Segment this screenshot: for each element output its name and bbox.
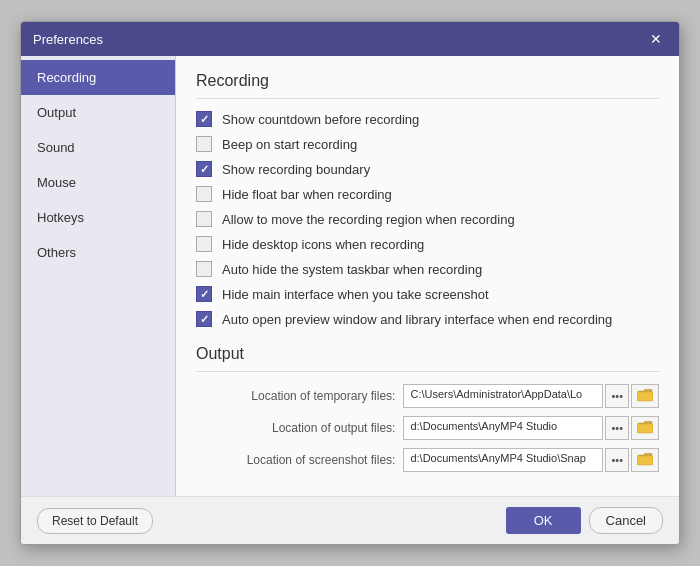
output-files-input[interactable]: d:\Documents\AnyMP4 Studio: [403, 416, 603, 440]
sidebar: Recording Output Sound Mouse Hotkeys Oth…: [21, 56, 176, 496]
checkbox-row-6: Hide desktop icons when recording: [196, 236, 659, 252]
svg-rect-0: [637, 392, 653, 401]
sidebar-item-recording[interactable]: Recording: [21, 60, 175, 95]
checkbox-hide-desktop[interactable]: [196, 236, 212, 252]
output-row-temp: Location of temporary files: C:\Users\Ad…: [196, 384, 659, 408]
checkbox-beep[interactable]: [196, 136, 212, 152]
ok-button[interactable]: OK: [506, 507, 581, 534]
folder-icon-2: [637, 421, 653, 435]
checkbox-label-6: Hide desktop icons when recording: [222, 237, 424, 252]
folder-icon-3: [637, 453, 653, 467]
temp-files-label: Location of temporary files:: [215, 389, 395, 403]
output-section: Output Location of temporary files: C:\U…: [196, 345, 659, 472]
checkbox-hide-main[interactable]: [196, 286, 212, 302]
checkbox-label-3: Show recording boundary: [222, 162, 370, 177]
checkbox-row-4: Hide float bar when recording: [196, 186, 659, 202]
checkbox-label-5: Allow to move the recording region when …: [222, 212, 515, 227]
sidebar-item-output[interactable]: Output: [21, 95, 175, 130]
checkbox-row-9: Auto open preview window and library int…: [196, 311, 659, 327]
output-files-label: Location of output files:: [215, 421, 395, 435]
content-wrapper: Recording Show countdown before recordin…: [176, 56, 679, 496]
folder-icon: [637, 389, 653, 403]
checkbox-row-2: Beep on start recording: [196, 136, 659, 152]
checkbox-label-4: Hide float bar when recording: [222, 187, 392, 202]
recording-section-title: Recording: [196, 72, 659, 99]
checkbox-row-7: Auto hide the system taskbar when record…: [196, 261, 659, 277]
output-section-title: Output: [196, 345, 659, 372]
checkbox-label-8: Hide main interface when you take screen…: [222, 287, 489, 302]
checkbox-row-3: Show recording boundary: [196, 161, 659, 177]
dialog-footer: Reset to Default OK Cancel: [21, 496, 679, 544]
dialog-body: Recording Output Sound Mouse Hotkeys Oth…: [21, 56, 679, 496]
screenshot-files-label: Location of screenshot files:: [215, 453, 395, 467]
output-files-folder-button[interactable]: [631, 416, 659, 440]
screenshot-files-dots-button[interactable]: •••: [605, 448, 629, 472]
checkbox-show-countdown[interactable]: [196, 111, 212, 127]
sidebar-item-mouse[interactable]: Mouse: [21, 165, 175, 200]
title-bar: Preferences ✕: [21, 22, 679, 56]
checkbox-show-boundary[interactable]: [196, 161, 212, 177]
footer-right: OK Cancel: [506, 507, 663, 534]
checkbox-auto-hide-taskbar[interactable]: [196, 261, 212, 277]
sidebar-item-sound[interactable]: Sound: [21, 130, 175, 165]
checkbox-allow-move[interactable]: [196, 211, 212, 227]
checkbox-label-1: Show countdown before recording: [222, 112, 419, 127]
checkbox-row-5: Allow to move the recording region when …: [196, 211, 659, 227]
checkbox-label-9: Auto open preview window and library int…: [222, 312, 612, 327]
output-row-screenshot: Location of screenshot files: d:\Documen…: [196, 448, 659, 472]
sidebar-item-hotkeys[interactable]: Hotkeys: [21, 200, 175, 235]
output-row-output: Location of output files: d:\Documents\A…: [196, 416, 659, 440]
dialog-title: Preferences: [33, 32, 103, 47]
checkbox-hide-float[interactable]: [196, 186, 212, 202]
cancel-button[interactable]: Cancel: [589, 507, 663, 534]
screenshot-files-input[interactable]: d:\Documents\AnyMP4 Studio\Snap: [403, 448, 603, 472]
screenshot-files-folder-button[interactable]: [631, 448, 659, 472]
checkbox-auto-open[interactable]: [196, 311, 212, 327]
checkbox-row-8: Hide main interface when you take screen…: [196, 286, 659, 302]
svg-rect-2: [637, 456, 653, 465]
svg-rect-1: [637, 424, 653, 433]
close-button[interactable]: ✕: [645, 28, 667, 50]
temp-files-dots-button[interactable]: •••: [605, 384, 629, 408]
checkbox-label-7: Auto hide the system taskbar when record…: [222, 262, 482, 277]
content-area: Recording Show countdown before recordin…: [176, 56, 679, 496]
sidebar-item-others[interactable]: Others: [21, 235, 175, 270]
temp-files-input[interactable]: C:\Users\Administrator\AppData\Lo: [403, 384, 603, 408]
temp-files-folder-button[interactable]: [631, 384, 659, 408]
output-files-dots-button[interactable]: •••: [605, 416, 629, 440]
preferences-dialog: Preferences ✕ Recording Output Sound Mou…: [20, 21, 680, 545]
reset-default-button[interactable]: Reset to Default: [37, 508, 153, 534]
checkbox-row-1: Show countdown before recording: [196, 111, 659, 127]
checkbox-label-2: Beep on start recording: [222, 137, 357, 152]
